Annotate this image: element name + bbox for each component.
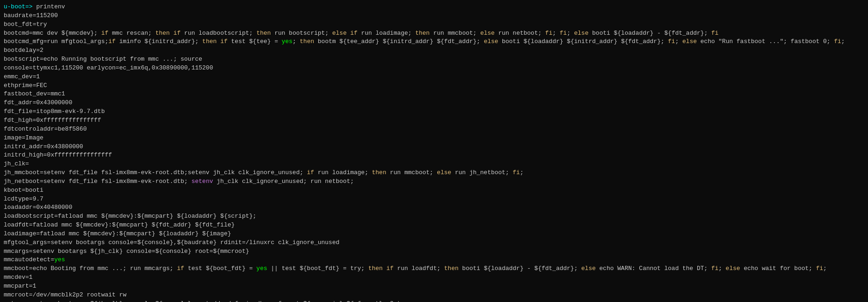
terminal-line-35: netargs=setenv bootargs ${jh_clk} consol… xyxy=(4,300,864,302)
terminal-line-19: jh_clk= xyxy=(4,160,864,169)
terminal-line-21: jh_netboot=setenv fdt_file fsl-imx8mm-ev… xyxy=(4,177,864,186)
terminal-line-20: jh_mmcboot=setenv fdt_file fsl-imx8mm-ev… xyxy=(4,169,864,177)
terminal-line-17: initrd_addr=0x43800000 xyxy=(4,143,864,151)
terminal-line-18: initrd_high=0xffffffffffffffff xyxy=(4,151,864,160)
terminal-line-23: lcdtype=9.7 xyxy=(4,195,864,204)
terminal-line-16: image=Image xyxy=(4,134,864,143)
terminal-line-14: fdt_high=0xffffffffffffffff xyxy=(4,116,864,125)
terminal-line-15: fdtcontroladdr=be8f5860 xyxy=(4,125,864,134)
terminal-line-9: emmc_dev=1 xyxy=(4,73,864,82)
terminal-window: u-boot=> printenv baudrate=115200 boot_f… xyxy=(0,0,868,302)
terminal-line-12: fdt_addr=0x43000000 xyxy=(4,99,864,107)
terminal-line-2: baudrate=115200 xyxy=(4,12,864,20)
terminal-line-5: bootcmd_mfg=run mfgtool_args;if iminfo $… xyxy=(4,38,864,46)
terminal-line-31: mmcboot=echo Booting from mmc ...; run m… xyxy=(4,264,864,273)
terminal-line-1: u-boot=> printenv xyxy=(4,3,864,12)
terminal-line-27: loadimage=fatload mmc ${mmcdev}:${mmcpar… xyxy=(4,230,864,239)
terminal-line-24: loadaddr=0x40480000 xyxy=(4,203,864,212)
terminal-line-3: boot_fdt=try xyxy=(4,20,864,29)
terminal-line-13: fdt_file=itop8mm-evk-9.7.dtb xyxy=(4,107,864,116)
terminal-line-34: mmcroot=/dev/mmcblk2p2 rootwait rw xyxy=(4,291,864,300)
terminal-line-33: mmcpart=1 xyxy=(4,282,864,291)
terminal-line-29: mmcargs=setenv bootargs ${jh_clk} consol… xyxy=(4,247,864,256)
terminal-line-28: mfgtool_args=setenv bootargs console=${c… xyxy=(4,239,864,247)
terminal-line-7: bootscript=echo Running bootscript from … xyxy=(4,55,864,64)
terminal-line-32: mmcdev=1 xyxy=(4,273,864,282)
terminal-line-22: kboot=booti xyxy=(4,186,864,195)
terminal-line-30: mmcautodetect=yes xyxy=(4,256,864,264)
terminal-line-6: bootdelay=2 xyxy=(4,46,864,55)
terminal-line-4: bootcmd=mmc dev ${mmcdev}; if mmc rescan… xyxy=(4,29,864,38)
terminal-line-25: loadbootscript=fatload mmc ${mmcdev}:${m… xyxy=(4,212,864,221)
terminal-line-11: fastboot_dev=mmc1 xyxy=(4,90,864,99)
terminal-line-8: console=ttymxc1,115200 earlycon=ec_imx6q… xyxy=(4,64,864,73)
terminal-line-10: ethprime=FEC xyxy=(4,82,864,90)
terminal-line-26: loadfdt=fatload mmc ${mmcdev}:${mmcpart}… xyxy=(4,221,864,230)
